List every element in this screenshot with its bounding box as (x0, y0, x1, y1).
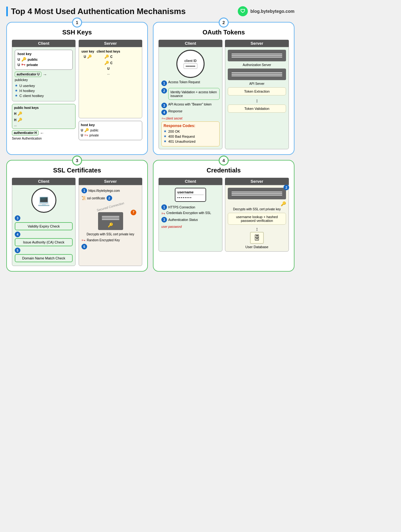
cred-client-header: Client (159, 178, 222, 185)
ellipsis1: ... (14, 123, 73, 127)
cred-sl3 (232, 195, 282, 196)
star-u: ★ (15, 84, 18, 88)
step4-ssl-badge: 4 (15, 232, 20, 237)
secured-connection: Secured Connection (81, 203, 139, 210)
step5-ssl-badge: 5 (15, 248, 20, 253)
ssh-server-header: Server (79, 40, 142, 47)
user-key-col: user key U 🔑 (81, 50, 94, 75)
left-arrow: ← (40, 130, 44, 136)
oauth-client-panel: Client client ID •••••••• 1 (159, 40, 222, 149)
h-key-2: H🔑 (14, 118, 73, 122)
random-key-label: Random Encrypted Key (87, 238, 120, 242)
secured-connection-text: Secured Connection (96, 201, 124, 212)
identity-validation-box: Identity Validation + access token issua… (168, 88, 220, 100)
auth-status-label: Authentication Status (168, 218, 198, 222)
cred-client-body: username •••••••• 1 HTTPS Connection 🗝 C… (159, 185, 222, 252)
ssl-sl3 (102, 219, 119, 220)
client-id-circle: client ID •••••••• (176, 50, 205, 78)
green-key-icon: 🔑 (21, 57, 26, 62)
cred-client-panel: Client username •••••••• 1 HTTPS Connect… (159, 178, 222, 252)
sprk-icon: 🗝 (84, 133, 88, 137)
random-key-icon: 🗝 (81, 238, 86, 243)
sl2 (232, 55, 282, 56)
star-c: ★ (15, 94, 18, 98)
oauth-server-body: Authorization Server API Server (225, 47, 289, 149)
chk-label: client host keys (97, 50, 120, 53)
password-field-cred: •••••••• (177, 196, 204, 199)
cred-decrypts: Decrypts with SSL cert private key (228, 207, 286, 211)
ck-icon2: 🔑 (104, 61, 109, 65)
oauth-client-body: client ID •••••••• 1 Access Token Reques… (159, 47, 222, 149)
legend-u: ★ U userkey (15, 84, 73, 88)
server-key-green: 🔑 (281, 201, 286, 206)
laptop-circle: 💻 (31, 188, 56, 213)
user-key-label: user key (81, 50, 94, 53)
green-key-h2: 🔑 (18, 118, 22, 122)
step5-ssl: 5 (15, 248, 73, 253)
api-server-lines (230, 71, 284, 78)
spk-icon: 🔑 (84, 128, 89, 132)
db-flow-arrow: ↕ (256, 226, 258, 232)
domain-check-label: Domain Name Match Check (22, 256, 65, 260)
cred-sl1 (232, 192, 282, 192)
publickey-label: publickey (15, 78, 73, 82)
u-label2: U (18, 63, 20, 67)
star-400: ★ (164, 134, 167, 138)
step6-area: 6 (81, 244, 139, 249)
sl3 (232, 57, 282, 58)
response-codes-title: Response Codes: (164, 124, 217, 128)
password-dots: •••••••• (186, 64, 195, 68)
cred-sl2 (232, 193, 282, 194)
validity-check-label: Validity Expiry Check (28, 224, 60, 228)
red-key-icon: 🗝 (21, 62, 25, 67)
step3-area: 3 API Access with "Bearer" token (161, 103, 220, 108)
ck-c2: 🔑C (104, 61, 112, 65)
token-flow: Token Extraction ↕ Token Validation (228, 87, 286, 114)
token-validation-box: Token Validation (228, 105, 286, 113)
brand-area: 🛡 blog.bytebytego.com (238, 6, 294, 16)
ssl-server-block: 🔑 (98, 212, 123, 230)
server-host-key-box: host key U 🔑 public U 🗝 private (79, 121, 142, 140)
code-401: ★ 401 Unauthorized (164, 139, 217, 143)
legend-c: ★ C client hostkey (15, 94, 73, 98)
step1-label: Access Token Request (168, 80, 200, 84)
step2-cred-container: 2 (284, 185, 289, 190)
ssl-server-panel: Server 1 https://bytebytego.com 📜 ssl ce… (79, 178, 142, 266)
oauth-client-header: Client (159, 40, 222, 47)
ssh-client-panel: Client host key U 🔑 public U 🗝 p (12, 40, 76, 140)
cred-server-body: 2 🔑 Decrypts with SSL cert private key u… (225, 185, 289, 252)
public-label: public (28, 58, 38, 61)
page-header: Top 4 Most Used Authentication Mechanism… (6, 6, 294, 16)
db-arrow: ↕ (228, 226, 286, 232)
ssh-section: 1 SSH Keys Client host key U 🔑 public (6, 22, 148, 155)
api-server-block (228, 69, 286, 80)
ca-check-box: Issue Authority (CA) Check (15, 238, 73, 246)
username-label: username (177, 190, 204, 195)
green-key-h1: 🔑 (18, 111, 22, 116)
username-lookup-text: username lookup + hashed password verifi… (236, 215, 278, 223)
step1-badge: 1 (161, 80, 167, 86)
u-label: U (18, 58, 20, 61)
step1-area: 1 Access Token Request (161, 80, 220, 86)
ssl-section-number: 3 (72, 156, 82, 166)
step2-cred-badge: 2 (284, 185, 289, 190)
ssh-title: SSH Keys (12, 29, 142, 36)
sl4 (232, 72, 282, 73)
ssl-layout: Client 💻 3 Validity Expiry Check (12, 178, 142, 266)
response-label: Response (168, 110, 182, 113)
ssl-server-key: 🔑 (108, 223, 113, 228)
ssl-client-panel: Client 💻 3 Validity Expiry Check (12, 178, 76, 266)
auth-server-label: Authorization Server (228, 63, 286, 67)
ssl-key-row: 🔑 (101, 223, 121, 228)
step4-ssl: 4 (15, 232, 73, 237)
flow-arrow1: ↕ (256, 98, 258, 104)
client-id-label: client ID (185, 59, 197, 63)
cred-login-box: username •••••••• (175, 188, 206, 202)
step1-ssl: 1 https://bytebytego.com (81, 188, 139, 193)
oauth-server-panel: Server Authorization Server (225, 40, 289, 149)
server-private-row: U 🗝 private (81, 133, 140, 137)
db-icon: 🗄 (250, 232, 264, 244)
main-grid: 1 SSH Keys Client host key U 🔑 public (6, 22, 294, 272)
ssh-server-body-top: user key U 🔑 client host keys 🔑C 🔑C U . (79, 47, 142, 118)
ssl-sl1 (102, 216, 119, 217)
